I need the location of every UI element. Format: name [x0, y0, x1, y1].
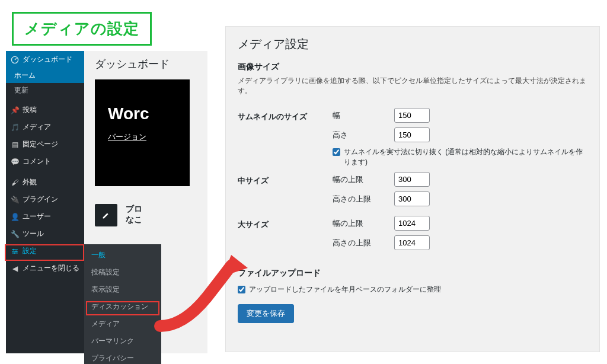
large-height-input[interactable] — [394, 235, 430, 250]
wp-sidebar: ダッシュボード ホーム 更新 📌 投稿 🎵 メディア ▤ 固定ページ 💬 コメン… — [6, 51, 84, 353]
sidebar-item-pages[interactable]: ▤ 固定ページ — [6, 136, 84, 153]
flyout-item-discussion[interactable]: ディスカッション — [84, 298, 161, 315]
block-text-line1: ブロ — [126, 204, 142, 215]
sidebar-item-dashboard[interactable]: ダッシュボード — [6, 51, 84, 68]
flyout-item-permalink[interactable]: パーマリンク — [84, 333, 161, 350]
medium-maxh-label: 高さの上限 — [333, 194, 386, 205]
tools-icon: 🔧 — [11, 230, 19, 238]
welcome-panel: Worc バージョン — [95, 79, 190, 186]
medium-maxw-label: 幅の上限 — [333, 174, 386, 185]
dashboard-heading: ダッシュボード — [95, 57, 204, 71]
page-icon: ▤ — [11, 141, 19, 149]
section-file-upload: ファイルアップロード — [238, 268, 587, 279]
sidebar-item-media[interactable]: 🎵 メディア — [6, 119, 84, 136]
section-image-sizes: 画像サイズ — [238, 62, 587, 72]
brush-icon: 🖌 — [11, 178, 19, 187]
settings-flyout: 一般 投稿設定 表示設定 ディスカッション メディア パーマリンク プライバシー — [84, 244, 161, 364]
flyout-item-privacy[interactable]: プライバシー — [84, 350, 161, 364]
large-size-label: 大サイズ — [238, 213, 333, 257]
wp-logo-text: Worc — [108, 104, 183, 123]
svg-point-4 — [13, 248, 15, 250]
sidebar-item-users[interactable]: 👤 ユーザー — [6, 208, 84, 225]
save-changes-button[interactable]: 変更を保存 — [238, 304, 294, 323]
sidebar-item-comments[interactable]: 💬 コメント — [6, 153, 84, 170]
annotation-title: メディアの設定 — [24, 20, 139, 37]
thumb-width-input[interactable] — [394, 108, 430, 123]
thumb-width-label: 幅 — [333, 110, 386, 121]
annotation-title-box: メディアの設定 — [12, 12, 152, 46]
wp-admin-area: ダッシュボード ホーム 更新 📌 投稿 🎵 メディア ▤ 固定ページ 💬 コメン… — [6, 51, 207, 353]
flyout-item-reading[interactable]: 表示設定 — [84, 281, 161, 298]
block-text-line2: なこ — [126, 215, 142, 225]
sidebar-item-tools[interactable]: 🔧 ツール — [6, 225, 84, 242]
sidebar-item-posts[interactable]: 📌 投稿 — [6, 101, 84, 119]
thumb-size-label: サムネイルのサイズ — [238, 106, 333, 170]
svg-point-5 — [15, 250, 17, 252]
flyout-item-writing[interactable]: 投稿設定 — [84, 264, 161, 281]
thumb-height-label: 高さ — [333, 130, 386, 141]
medium-size-label: 中サイズ — [238, 170, 333, 213]
sidebar-subitem-updates[interactable]: 更新 — [6, 83, 84, 98]
pin-icon: 📌 — [11, 106, 19, 114]
comment-icon: 💬 — [11, 158, 19, 166]
upload-organize-label: アップロードしたファイルを年月ベースのフォルダーに整理 — [249, 285, 441, 295]
panel-title: メディア設定 — [238, 36, 587, 52]
sidebar-item-plugins[interactable]: 🔌 プラグイン — [6, 191, 84, 208]
large-width-input[interactable] — [394, 216, 430, 231]
flyout-item-media[interactable]: メディア — [84, 315, 161, 333]
flyout-item-general[interactable]: 一般 — [84, 247, 161, 264]
user-icon: 👤 — [11, 213, 19, 221]
thumb-crop-label: サムネイルを実寸法に切り抜く (通常は相対的な縮小によりサムネイルを作ります) — [344, 147, 587, 167]
plugin-icon: 🔌 — [11, 196, 19, 204]
edit-box-icon[interactable] — [95, 204, 117, 226]
sidebar-label: ダッシュボード — [23, 55, 72, 65]
version-link[interactable]: バージョン — [108, 132, 146, 142]
thumb-height-input[interactable] — [394, 127, 430, 142]
media-icon: 🎵 — [11, 123, 19, 132]
sidebar-item-settings[interactable]: 設定 — [6, 242, 84, 260]
thumb-crop-checkbox[interactable] — [333, 148, 340, 156]
settings-icon — [11, 247, 19, 256]
large-maxh-label: 高さの上限 — [333, 238, 386, 248]
svg-point-6 — [14, 252, 15, 254]
sidebar-subitem-home[interactable]: ホーム — [6, 68, 84, 83]
collapse-icon: ◀ — [11, 264, 19, 273]
medium-height-input[interactable] — [394, 191, 430, 206]
media-settings-panel: メディア設定 画像サイズ メディアライブラリに画像を追加する際、以下でピクセル単… — [225, 26, 600, 352]
sidebar-item-collapse[interactable]: ◀ メニューを閉じる — [6, 260, 84, 277]
sidebar-item-appearance[interactable]: 🖌 外観 — [6, 174, 84, 191]
large-maxw-label: 幅の上限 — [333, 218, 386, 229]
image-size-table: サムネイルのサイズ 幅 高さ サムネイルを実寸法に切り抜く (通常は相対的な縮小… — [238, 106, 587, 257]
dashboard-icon — [11, 56, 19, 64]
image-size-desc: メディアライブラリに画像を追加する際、以下でピクセル単位指定したサイズによって最… — [238, 76, 587, 96]
medium-width-input[interactable] — [394, 172, 430, 187]
upload-organize-checkbox[interactable] — [238, 286, 245, 293]
